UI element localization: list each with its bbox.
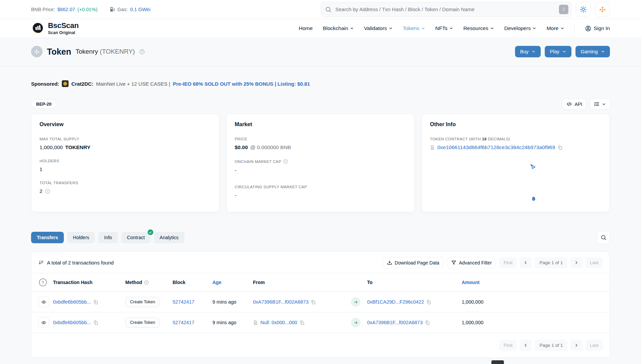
document-icon <box>430 145 435 150</box>
transfers-panel: A total of 2 transactions found Download… <box>31 251 610 358</box>
page-title: Token <box>47 47 71 57</box>
gaming-button[interactable]: Gaming <box>575 46 610 57</box>
tab-transfers[interactable]: Transfers <box>31 232 64 243</box>
user-icon <box>585 25 591 32</box>
chevron-down-icon <box>490 26 494 30</box>
from-address-link[interactable]: 0xA7396B1F...f002A6873 <box>253 299 308 305</box>
tx-hash-link[interactable]: 0xbdfe6b605bb... <box>53 299 91 305</box>
network-menu-button[interactable] <box>595 2 610 17</box>
copy-icon[interactable] <box>93 300 98 305</box>
chevron-down-icon <box>560 26 564 30</box>
nav-item-blockchain[interactable]: Blockchain <box>323 25 354 31</box>
search-box: / <box>321 2 571 17</box>
chevron-down-icon <box>389 26 393 30</box>
gas-value[interactable]: 0.1 GWei <box>130 7 150 12</box>
play-button[interactable]: Play <box>545 46 571 57</box>
onchain-cap-label: ONCHAIN MARKET CAP <box>235 160 281 164</box>
svg-text:?: ? <box>141 50 143 53</box>
to-address-link[interactable]: 0xBf1CA29D...F296c0422 <box>367 299 424 305</box>
view-options-button[interactable] <box>590 99 610 110</box>
copy-icon[interactable] <box>300 320 305 325</box>
theme-toggle-button[interactable] <box>576 2 591 17</box>
next-page-button[interactable] <box>570 257 583 268</box>
to-address-link[interactable]: 0xA7396B1F...f002A6873 <box>367 320 422 325</box>
chevron-down-icon <box>532 26 536 30</box>
nav-item-resources[interactable]: Resources <box>463 25 494 31</box>
block-link[interactable]: 52742417 <box>173 299 195 305</box>
nav-item-tokens[interactable]: Tokens <box>403 25 425 31</box>
svg-text:?: ? <box>146 281 147 284</box>
sponsor-text: MainNet Live + 12 USE CASES | <box>96 81 170 87</box>
download-icon <box>387 260 392 265</box>
preview-tx-button[interactable] <box>38 297 49 307</box>
first-page-button[interactable]: First <box>499 340 517 351</box>
search-input[interactable] <box>321 2 571 17</box>
help-icon[interactable]: ? <box>139 49 145 55</box>
chevron-down-icon <box>562 50 566 54</box>
nav-item-nfts[interactable]: NFTs <box>435 25 453 31</box>
chevron-down-icon <box>421 26 425 30</box>
preview-tx-button[interactable] <box>38 317 49 328</box>
network-stats: BNB Price: $662.07 (+0.01%) Gas: 0.1 GWe… <box>31 6 150 12</box>
prev-page-button[interactable] <box>519 340 532 351</box>
last-page-button[interactable]: Last <box>585 340 603 351</box>
copy-icon[interactable] <box>426 300 431 305</box>
transactions-summary: A total of 2 transactions found <box>47 260 114 265</box>
eye-icon <box>41 320 46 325</box>
ad-widget-coin-icon: ฿ <box>532 196 535 202</box>
tab-holders[interactable]: Holders <box>67 232 95 243</box>
from-address-link[interactable]: Null: 0x000...000 <box>260 320 297 325</box>
block-link[interactable]: 52742417 <box>173 320 195 325</box>
copy-icon[interactable] <box>311 300 316 305</box>
column-header-amount[interactable]: Amount <box>459 273 503 292</box>
bscscan-logo[interactable]: BscScan Scan Original <box>31 22 79 35</box>
price-label: PRICE <box>235 137 406 141</box>
tab-contract[interactable]: Contract <box>121 232 151 243</box>
sponsored-banner: Sponsored: Crat2DC: MainNet Live + 12 US… <box>31 80 610 87</box>
copy-icon[interactable] <box>425 320 430 325</box>
tx-hash-link[interactable]: 0xbdfe6b605bb... <box>53 320 91 325</box>
tab-info[interactable]: Info <box>98 232 118 243</box>
other-info-card: Other Info TOKEN CONTRACT (WITH 18 DECIM… <box>421 114 610 212</box>
first-page-button[interactable]: First <box>499 257 517 268</box>
copy-icon[interactable] <box>558 145 563 150</box>
copy-icon[interactable] <box>93 320 98 325</box>
bnb-price-value[interactable]: $662.07 <box>57 7 75 12</box>
contract-address-link[interactable]: 0xe10661143d664f6b7128ce3c384c24b973a0f9… <box>437 144 555 150</box>
nav-item-more[interactable]: More <box>546 25 564 31</box>
nav-item-validators[interactable]: Validators <box>364 25 393 31</box>
help-icon[interactable]: ? <box>283 159 288 164</box>
table-search-button[interactable] <box>597 231 610 244</box>
column-header-age[interactable]: Age <box>210 273 250 292</box>
buy-button[interactable]: Buy <box>515 46 541 57</box>
api-button[interactable]: API <box>562 99 586 110</box>
nav-item-home[interactable]: Home <box>299 25 313 31</box>
prev-page-button[interactable] <box>519 257 532 268</box>
nav-item-developers[interactable]: Developers <box>504 25 536 31</box>
last-page-button[interactable]: Last <box>585 257 603 268</box>
token-avatar <box>31 46 43 57</box>
help-icon[interactable]: ? <box>38 278 48 287</box>
info-icon[interactable]: i <box>45 189 50 194</box>
next-page-button[interactable] <box>570 340 583 351</box>
bnb-price-label: BNB Price: <box>31 7 55 12</box>
tab-analytics[interactable]: Analytics <box>154 232 184 243</box>
help-icon[interactable]: ? <box>144 280 149 285</box>
gas-pump-icon <box>109 6 115 12</box>
column-header-method: Method ? <box>123 273 170 292</box>
age-value: 9 mins ago <box>212 299 236 305</box>
method-badge: Create Token <box>125 317 160 328</box>
overview-card: Overview MAX TOTAL SUPPLY 1,000,000 TOKE… <box>31 114 220 212</box>
token-tabs: Transfers Holders Info Contract Analytic… <box>31 232 184 243</box>
download-page-data-button[interactable]: Download Page Data <box>383 257 443 268</box>
sort-icon[interactable] <box>38 260 44 265</box>
column-header-block: Block <box>170 273 210 292</box>
sponsor-logo-icon <box>62 80 69 87</box>
arrow-right-icon <box>351 297 360 307</box>
advanced-filter-button[interactable]: Advanced Filter <box>447 257 496 268</box>
sign-in-button[interactable]: Sign In <box>585 25 610 32</box>
chevron-down-icon <box>532 50 536 54</box>
transfers-table: ? Transaction Hash Method ? Block Age <box>31 273 610 333</box>
bscscan-logo-icon <box>31 22 45 35</box>
sponsor-link[interactable]: Pre-IEO 68% SOLD OUT with 25% BONUS | Li… <box>173 81 310 87</box>
